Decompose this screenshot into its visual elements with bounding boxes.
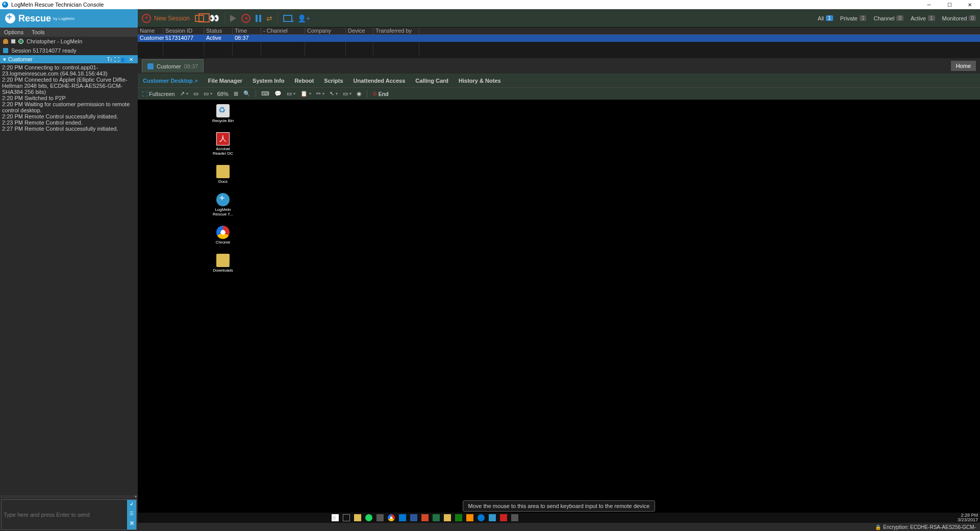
menu-options[interactable]: Options [4,29,23,35]
task-view-icon[interactable] [343,514,350,521]
desktop-icon-downloads[interactable]: Downloads [209,254,237,273]
filter-channel[interactable]: Channel0 [873,15,903,21]
col-sid[interactable]: Session ID [163,28,204,34]
zoom-level[interactable]: 68% [217,91,229,97]
whiteboard-button[interactable]: ▭▾ [343,90,351,97]
laser-button[interactable]: ↖▾ [330,90,338,97]
session-row[interactable]: Customer 517314077 Active 08:37 [138,35,980,42]
screens-button[interactable] [195,15,204,22]
fullscreen-button[interactable]: ⛶Fullscreen [142,91,175,97]
tab-unattended[interactable]: Unattended Access [354,78,406,84]
tab-scripts[interactable]: Scripts [324,78,343,84]
play-button[interactable] [230,15,236,22]
onenote-icon[interactable] [455,514,462,521]
add-screen-button[interactable] [283,15,292,22]
window-titlebar: LogMeIn Rescue Technician Console ─ ☐ ✕ [0,0,980,9]
maximize-button[interactable]: ☐ [939,0,960,9]
filter-active[interactable]: Active1 [911,15,935,21]
add-user-button[interactable]: 👤+ [297,14,310,22]
rescue-taskbar-icon[interactable] [489,514,496,521]
col-status[interactable]: Status [204,28,233,34]
windows-start-icon[interactable]: ⊞ [332,514,339,521]
clipboard-button[interactable]: 📋▾ [300,90,311,97]
tab-file-manager[interactable]: File Manager [208,78,242,84]
remote-desktop-view[interactable]: Recycle Bin Acrobat Reader DC Docs LogMe… [138,100,980,523]
stop-button[interactable]: ✕ [241,14,250,23]
session-tab-name: Customer [157,63,181,69]
zoom-fit-button[interactable]: ⊞ [234,90,238,97]
spotify-icon[interactable] [365,514,372,521]
app-orange-icon[interactable] [466,514,473,521]
desktop-icon-chrome[interactable]: Chrome [209,226,237,245]
desktop-icon-docs[interactable]: Docs [209,165,237,184]
col-transfer[interactable]: Transferred by [373,28,419,34]
session-table-header: Name Session ID Status Time - Channel Co… [138,28,980,35]
powerpoint-icon[interactable] [421,514,429,521]
filter-monitored[interactable]: Monitored0 [942,15,976,21]
chat-input[interactable] [2,500,127,529]
link-icon[interactable]: ⌘ [128,521,135,528]
chat-button[interactable]: 💬 [274,90,282,97]
multi-monitor-button[interactable]: ▭ [193,90,198,97]
record-button[interactable]: ◉ [357,90,362,97]
session-status-row: Session 517314077 ready [0,46,138,55]
desktop-icon-rescue[interactable]: LogMeIn Rescue T... [209,193,237,216]
close-panel-icon[interactable]: ✕ [128,57,135,62]
menu-tools[interactable]: Tools [32,29,45,35]
new-session-button[interactable]: New Session [142,14,190,23]
folder-taskbar-icon[interactable] [444,514,451,521]
col-company[interactable]: Company [305,28,346,34]
remote-taskbar[interactable]: ⊞ [138,513,980,523]
minimize-button[interactable]: ─ [919,0,939,9]
excel-icon[interactable] [433,514,440,521]
tab-history[interactable]: History & Notes [459,78,501,84]
tray-clock[interactable]: 2:28 PM 3/23/2017 [958,513,978,522]
tab-customer-desktop[interactable]: Customer Desktop↗ [143,78,198,84]
col-name[interactable]: Name [138,28,163,34]
transfer-button[interactable]: ⇄ [266,14,272,22]
fit-icon: ↗ [180,90,185,97]
expand-icon[interactable]: ⛶ [113,57,120,62]
fit-button[interactable]: ↗▾ [180,90,188,97]
binoculars-button[interactable]: 👀 [209,13,219,23]
session-tab-customer[interactable]: Customer 08:37 [142,59,204,73]
cell-company [305,35,346,42]
attach-icon[interactable]: ☰ [128,511,135,518]
acrobat-taskbar-icon[interactable] [500,514,507,521]
tab-calling-card[interactable]: Calling Card [415,78,448,84]
filter-all[interactable]: All1 [818,15,833,21]
col-time[interactable]: Time [233,28,261,34]
chrome-taskbar-icon[interactable] [388,514,395,521]
new-session-label: New Session [154,15,190,22]
skype-icon[interactable] [478,514,485,521]
close-button[interactable]: ✕ [960,0,980,9]
people-icon[interactable]: 👥 [120,57,128,62]
app-icon[interactable] [376,514,384,521]
tab-reboot[interactable]: Reboot [294,78,314,84]
send-icon[interactable]: ↲ [128,501,135,509]
ctrl-alt-del-button[interactable]: ⌨ [261,90,269,97]
text-size-icon[interactable]: T↕ [106,57,113,62]
outlook-icon[interactable] [399,514,406,521]
filter-private[interactable]: Private1 [840,15,867,21]
explorer-icon[interactable] [354,514,361,521]
col-device[interactable]: Device [346,28,373,34]
draw-button[interactable]: ✏▾ [316,90,324,97]
pause-button[interactable] [256,15,261,22]
tab-system-info[interactable]: System Info [253,78,284,84]
system-tray[interactable]: 2:28 PM 3/23/2017 [958,513,978,522]
screenshot-button[interactable]: ▭▾ [287,90,295,97]
customer-panel-header[interactable]: ▾ Customer T↕ ⛶ 👥 ✕ [0,55,138,63]
end-button[interactable]: ⊘ End [372,90,389,97]
home-button[interactable]: Home [951,61,976,71]
word-icon[interactable] [410,514,417,521]
splitter-handle[interactable]: ▾ [0,495,138,498]
col-channel[interactable]: - Channel [261,28,305,34]
magnify-button[interactable]: 🔍 [243,90,250,97]
status-online-icon[interactable] [18,39,23,44]
app-icon[interactable] [511,514,518,521]
cell-name: Customer [138,35,163,42]
desktop-icon-acrobat[interactable]: Acrobat Reader DC [209,132,237,156]
desktop-icon-recycle[interactable]: Recycle Bin [209,104,237,123]
color-button[interactable]: ▭▾ [204,90,212,97]
